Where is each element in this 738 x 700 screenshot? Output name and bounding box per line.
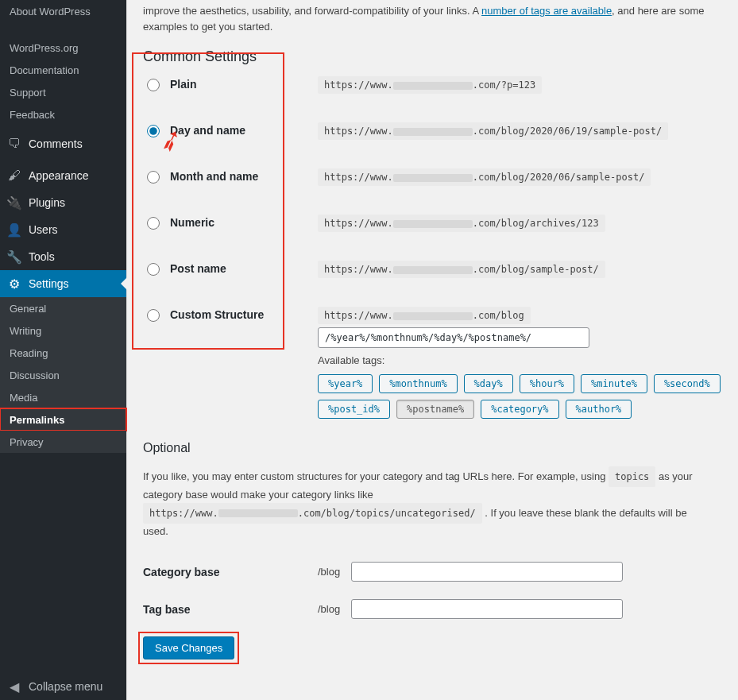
heading-common-settings: Common Settings — [143, 48, 722, 65]
sidebar-users[interactable]: Users — [0, 216, 126, 243]
comment-icon — [6, 137, 22, 151]
sidebar-plugins[interactable]: Plugins — [0, 189, 126, 216]
settings-sub-permalinks[interactable]: Permalinks — [0, 408, 126, 431]
permalink-option-custom[interactable]: Custom Structure — [143, 307, 318, 322]
sidebar-item-label: Settings — [29, 277, 69, 290]
optional-description: If you like, you may enter custom struct… — [143, 466, 715, 539]
settings-sub-writing[interactable]: Writing — [0, 319, 126, 342]
permalink-radio-numeric[interactable] — [147, 217, 160, 230]
permalink-option-row-postname: Post namehttps://www..com/blog/sample-po… — [143, 261, 722, 278]
content-area: improve the aesthetics, usability, and f… — [127, 0, 738, 700]
permalink-option-label: Post name — [170, 262, 226, 275]
brush-icon — [6, 168, 22, 183]
permalink-option-row-dayname: Day and namehttps://www..com/blog/2020/0… — [143, 122, 722, 140]
permalink-radio-custom[interactable] — [147, 309, 160, 322]
settings-sub-media[interactable]: Media — [0, 386, 126, 408]
permalink-example-url: https://www..com/blog — [318, 307, 531, 324]
settings-icon — [6, 277, 22, 292]
sidebar-about-wordpress[interactable]: About WordPress — [0, 0, 126, 22]
permalink-example-url: https://www..com/blog/2020/06/sample-pos… — [318, 168, 651, 186]
settings-sub-reading[interactable]: Reading — [0, 342, 126, 364]
sidebar-item-label: Tools — [29, 250, 55, 263]
wrench-icon — [6, 249, 22, 265]
sidebar-item-label: Users — [29, 223, 58, 236]
tag-button-author[interactable]: %author% — [566, 400, 632, 419]
custom-structure-input[interactable] — [318, 327, 589, 348]
tag-button-monthnum[interactable]: %monthnum% — [379, 374, 457, 393]
tag-button-minute[interactable]: %minute% — [581, 374, 647, 393]
permalink-option-row-monthname: Month and namehttps://www..com/blog/2020… — [143, 168, 722, 186]
permalink-option-monthname[interactable]: Month and name — [143, 168, 318, 184]
optional-code-example-url: https://www..com/blog/topics/uncategoris… — [143, 503, 482, 524]
permalink-option-label: Plain — [170, 78, 196, 91]
user-icon — [6, 222, 22, 238]
tag-button-year[interactable]: %year% — [318, 374, 373, 393]
category-base-label: Category base — [143, 566, 318, 578]
available-tags-label: Available tags: — [318, 354, 722, 366]
category-base-input[interactable] — [351, 562, 623, 582]
tag-button-post_id[interactable]: %post_id% — [318, 400, 390, 419]
permalink-option-label: Custom Structure — [170, 308, 264, 321]
tag-base-row: Tag base /blog — [143, 599, 722, 619]
heading-optional: Optional — [143, 441, 722, 455]
intro-link-tags[interactable]: number of tags are available — [481, 5, 612, 17]
permalink-option-row-plain: Plainhttps://www..com/?p=123 — [143, 76, 722, 94]
permalink-option-label: Numeric — [170, 216, 214, 229]
permalink-example-url: https://www..com/blog/2020/06/19/sample-… — [318, 122, 668, 140]
settings-sub-discussion[interactable]: Discussion — [0, 364, 126, 386]
sidebar-item-label: Plugins — [29, 196, 65, 209]
permalink-option-dayname[interactable]: Day and name — [143, 122, 318, 137]
permalink-radio-plain[interactable] — [147, 79, 160, 91]
collapse-icon — [6, 679, 22, 694]
sidebar-item-label: Comments — [29, 137, 83, 150]
tag-base-input[interactable] — [351, 599, 623, 619]
tag-button-category[interactable]: %category% — [481, 400, 558, 419]
permalink-radio-postname[interactable] — [147, 263, 160, 276]
permalink-option-label: Day and name — [170, 124, 245, 137]
collapse-label: Collapse menu — [29, 680, 102, 693]
collapse-menu[interactable]: Collapse menu — [0, 673, 126, 700]
sidebar-settings[interactable]: Settings — [0, 270, 126, 297]
permalink-example-url: https://www..com/?p=123 — [318, 76, 542, 94]
category-base-prefix: /blog — [318, 566, 351, 578]
sidebar-comments[interactable]: Comments — [0, 130, 126, 157]
tag-base-prefix: /blog — [318, 603, 351, 615]
permalink-radio-monthname[interactable] — [147, 171, 160, 184]
sidebar-support[interactable]: Support — [0, 81, 126, 103]
tag-button-second[interactable]: %second% — [654, 374, 721, 393]
tag-base-label: Tag base — [143, 603, 318, 616]
tag-button-postname[interactable]: %postname% — [396, 400, 474, 419]
settings-sub-general[interactable]: General — [0, 297, 126, 319]
permalink-example-url: https://www..com/blog/archives/123 — [318, 215, 605, 232]
available-tags: %year%%monthnum%%day%%hour%%minute%%seco… — [318, 374, 722, 419]
sidebar-feedback[interactable]: Feedback — [0, 103, 126, 126]
save-changes-button[interactable]: Save Changes — [143, 636, 234, 659]
sidebar-tools[interactable]: Tools — [0, 243, 126, 270]
permalink-example-url: https://www..com/blog/sample-post/ — [318, 261, 605, 278]
permalink-radio-dayname[interactable] — [147, 125, 160, 137]
permalink-option-label: Month and name — [170, 170, 258, 183]
tag-button-day[interactable]: %day% — [464, 374, 513, 393]
sidebar-item-label: Appearance — [29, 169, 89, 182]
permalink-option-row-numeric: Numerichttps://www..com/blog/archives/12… — [143, 215, 722, 232]
permalink-option-postname[interactable]: Post name — [143, 261, 318, 276]
intro-text: improve the aesthetics, usability, and f… — [143, 3, 722, 34]
sidebar-appearance[interactable]: Appearance — [0, 162, 126, 189]
permalink-option-plain[interactable]: Plain — [143, 76, 318, 91]
permalink-option-numeric[interactable]: Numeric — [143, 215, 318, 230]
sidebar-wordpress-org[interactable]: WordPress.org — [0, 37, 126, 59]
category-base-row: Category base /blog — [143, 562, 722, 582]
tag-button-hour[interactable]: %hour% — [520, 374, 574, 393]
annotation-red-box-options — [132, 52, 284, 350]
admin-sidebar: About WordPress WordPress.org Documentat… — [0, 0, 127, 700]
sidebar-documentation[interactable]: Documentation — [0, 59, 126, 81]
settings-sub-privacy[interactable]: Privacy — [0, 431, 126, 453]
plugin-icon — [6, 195, 22, 211]
permalink-option-row-custom: Custom Structurehttps://www..com/blogAva… — [143, 307, 722, 419]
optional-code-topics: topics — [609, 466, 655, 487]
